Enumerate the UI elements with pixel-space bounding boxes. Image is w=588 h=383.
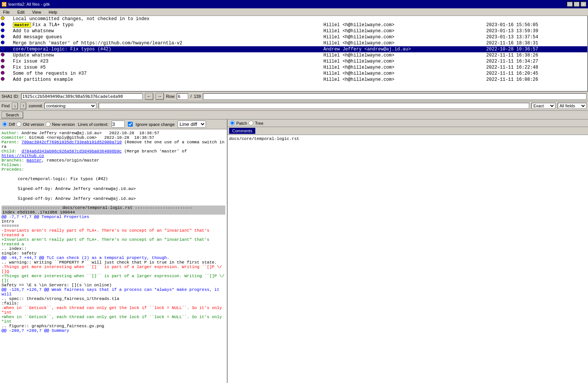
commit-message-cell: Merge branch 'master' of https://github.… <box>11 40 322 46</box>
table-row[interactable]: Add to whatsnewHillel <h@hillelwayne.com… <box>0 28 587 34</box>
commit-message-cell: core/temporal-logic: Fix typos (#42) <box>11 46 322 52</box>
commit-message: Fix issue #23 <box>13 59 49 64</box>
new-version-label[interactable]: New version <box>52 122 75 127</box>
find-containing-select[interactable]: containing: touching paths: adding/remov… <box>44 103 96 109</box>
diff-line: ----------------------- docs/core/tempor… <box>2 206 225 210</box>
github-link[interactable]: https://github.co <box>2 154 44 158</box>
table-row[interactable]: masterFix a TLA+ typoHillel <h@hillelway… <box>0 22 587 28</box>
old-version-radio[interactable] <box>16 122 21 127</box>
ignore-space-label[interactable]: Ignore space change <box>136 122 175 127</box>
commit-message: Some of the requests in #37 <box>13 71 86 76</box>
lines-context-label: Lines of context: <box>78 122 108 127</box>
menu-view[interactable]: View <box>31 10 43 14</box>
graph-cell <box>0 77 11 83</box>
commit-message-cell: Fix issue #23 <box>11 58 322 64</box>
maximize-button[interactable]: □ <box>574 2 580 7</box>
search-button[interactable]: Search <box>2 111 23 118</box>
bottom-pane: Diff Old version New version Lines of co… <box>0 119 588 383</box>
file-path: docs/core/temporal-logic.rst <box>229 137 586 141</box>
table-row[interactable]: Add message queuesHillel <h@hillelwayne.… <box>0 34 587 40</box>
diff-line: .. figure:: graphs/strong_fairness.gv.pn… <box>2 324 225 328</box>
table-row[interactable]: Fix issue #5Hillel <h@hillelwayne.com>20… <box>0 64 587 71</box>
row-current-input[interactable] <box>177 93 188 100</box>
graph-cell <box>0 46 11 52</box>
sha1-input[interactable] <box>21 93 143 100</box>
ignore-space-checkbox[interactable] <box>128 122 133 127</box>
table-row[interactable]: Add partitions exampleHillel <h@hillelwa… <box>0 77 587 83</box>
diff-line: Safety == \E s \in Servers: [](s \in onl… <box>2 283 225 287</box>
diff-radio[interactable] <box>2 122 7 127</box>
diff-radio-group: Diff Old version New version <box>2 122 75 127</box>
child-sha-link[interactable]: d784a6d343ab06c926a587cd3d49ba0364096b9c <box>22 149 122 154</box>
patch-radio[interactable] <box>230 121 235 126</box>
diff-label[interactable]: Diff <box>9 122 15 127</box>
old-version-label[interactable]: Old version <box>23 122 44 127</box>
commit-message: Add message queues <box>13 35 62 40</box>
sha-prev-button[interactable]: ← <box>145 93 153 100</box>
titlebar-controls[interactable]: ─ □ ✕ <box>567 2 586 7</box>
commit-message-cell: Add partitions example <box>11 77 322 83</box>
commit-date-cell: 2022-11-11 16:08:26 <box>485 77 587 83</box>
commit-message: Add partitions example <box>13 77 73 82</box>
tree-label[interactable]: Tree <box>255 121 263 126</box>
branch-master-link[interactable]: master <box>27 158 42 163</box>
right-content[interactable]: docs/core/temporal-logic.rst <box>228 135 588 383</box>
diff-line: .. spec:: threads/strong_fairness_1/thre… <box>2 297 225 301</box>
commit-date-cell <box>485 16 587 22</box>
commit-author-cell: Hillel <h@hillelwayne.com> <box>322 28 484 34</box>
commit-branches-line: Branches: master, remotes/origin/master <box>2 158 225 163</box>
table-row[interactable]: Merge branch 'master' of https://github.… <box>0 40 587 46</box>
commit-list[interactable]: Local uncommitted changes, not checked i… <box>0 16 588 91</box>
table-row[interactable]: Update whatsnewHillel <h@hillelwayne.com… <box>0 52 587 58</box>
diff-line: ======= <box>2 224 225 228</box>
menu-file[interactable]: File <box>2 10 11 14</box>
diff-line: +Things get more interesting when ``[]``… <box>2 274 225 283</box>
commit-message-cell: Update whatsnew <box>11 52 322 58</box>
right-pane: Patch Tree Comments docs/core/temporal-l… <box>228 119 588 383</box>
comments-tab[interactable]: Comments <box>229 128 255 134</box>
diff-line: single: safety <box>2 251 225 256</box>
table-row[interactable]: Local uncommitted changes, not checked i… <box>0 16 587 22</box>
exact-select[interactable]: Exact IgnCase Regexp <box>531 103 555 109</box>
diff-line: -Invariants aren't really part of TLA+. … <box>2 228 225 237</box>
commit-date-cell: 2022-11-11 16:20:45 <box>485 71 587 77</box>
diff-line: index e5d3106..17a10b6 100644 <box>2 210 225 215</box>
commit-date-cell: 2023-01-13 13:59:39 <box>485 28 587 34</box>
sha-search-input[interactable] <box>203 93 586 100</box>
close-button[interactable]: ✕ <box>580 2 586 7</box>
find-down-button[interactable]: ↓ <box>12 102 18 109</box>
find-up-button[interactable]: ↑ <box>20 102 26 109</box>
new-version-radio[interactable] <box>46 122 50 127</box>
row-label: Row <box>166 94 175 99</box>
commit-date-cell: 2022-10-28 10:36:57 <box>485 46 587 52</box>
graph-cell <box>0 28 11 34</box>
commit-message-block: core/temporal-logic: Fix typos (#42) Sig… <box>2 176 225 201</box>
diff-content[interactable]: Author: Andrew Jeffery <andrew@aj.id.au>… <box>0 129 227 383</box>
minimize-button[interactable]: ─ <box>567 2 573 7</box>
menu-edit[interactable]: Edit <box>16 10 26 14</box>
tree-radio[interactable] <box>248 121 253 126</box>
lines-context-input[interactable] <box>112 121 125 128</box>
table-row[interactable]: Fix issue #23Hillel <h@hillelwayne.com>2… <box>0 58 587 64</box>
table-row[interactable]: Some of the requests in #37Hillel <h@hil… <box>0 71 587 77</box>
row-separator: / <box>190 94 192 99</box>
commit-message-cell: masterFix a TLA+ typo <box>11 22 322 28</box>
sha-bar: SHA1 ID: ← → Row / 139 <box>0 92 588 101</box>
sha-next-button[interactable]: → <box>156 93 164 100</box>
find-text-input[interactable] <box>99 103 529 109</box>
commit-message-cell: Local uncommitted changes, not checked i… <box>11 16 322 22</box>
diff-line: .. warning:: Writing ``PROPERTY P`` will… <box>2 260 225 265</box>
commit-message: Fix issue #5 <box>13 65 46 70</box>
table-row[interactable]: core/temporal-logic: Fix typos (#42)Andr… <box>0 46 587 52</box>
diff-line: @@ -7,7 +7,7 @@ Temporal Properties <box>2 215 225 219</box>
graph-cell <box>0 52 11 58</box>
menu-help[interactable]: Help <box>47 10 59 14</box>
parent-sha-link[interactable]: 709ac3042cf76961035dc733eab101d52900a710 <box>22 140 122 144</box>
find-label: Find <box>2 104 9 108</box>
fields-select[interactable]: All fields Headline Comments Author <box>558 103 586 109</box>
graph-cell <box>0 58 11 64</box>
commit-message-cell: Some of the requests in #37 <box>11 71 322 77</box>
patch-label[interactable]: Patch <box>236 121 247 126</box>
commit-precedes-line: Precedes: <box>2 167 225 172</box>
diff-style-select[interactable]: Line diff Word diff <box>178 121 206 128</box>
